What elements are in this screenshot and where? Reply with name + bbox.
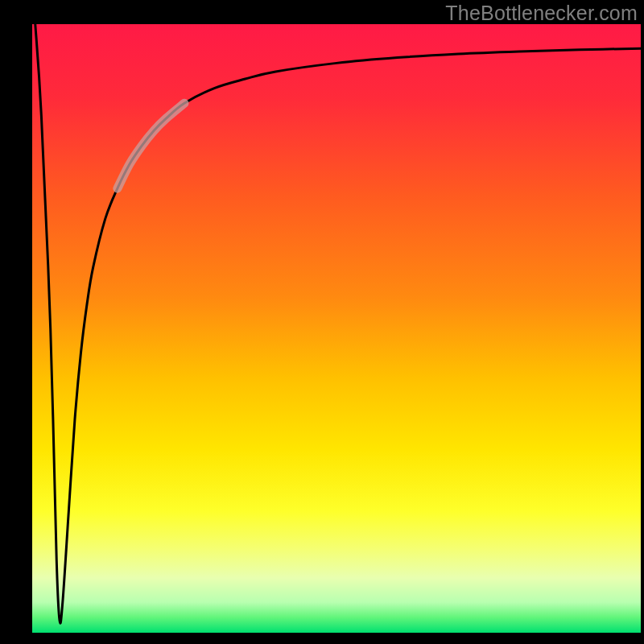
- chart-frame: TheBottlenecker.com: [0, 0, 644, 644]
- plot-area: [32, 24, 641, 633]
- watermark-text: TheBottlenecker.com: [445, 2, 638, 25]
- gradient-background: [32, 24, 641, 633]
- bottleneck-chart: [32, 24, 641, 633]
